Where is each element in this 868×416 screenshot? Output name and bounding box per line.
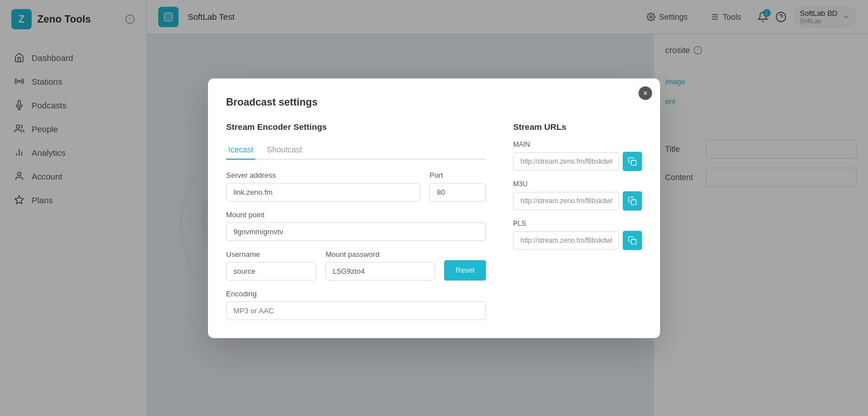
copy-pls-url-button[interactable] (623, 231, 642, 250)
encoder-section-title: Stream Encoder Settings (226, 122, 486, 132)
mount-point-group: Mount point (226, 211, 486, 241)
main-url-label: MAIN (513, 141, 642, 148)
main-url-row (513, 152, 642, 171)
m3u-url-input[interactable] (513, 192, 619, 210)
modal-overlay: Broadcast settings × Stream Encoder Sett… (0, 0, 868, 416)
encoder-section: Stream Encoder Settings Icecast Shoutcas… (226, 122, 486, 320)
pls-url-input[interactable] (513, 231, 619, 249)
mount-point-label: Mount point (226, 211, 486, 219)
username-group: Username (226, 250, 316, 281)
m3u-url-label: M3U (513, 180, 642, 188)
modal-close-button[interactable]: × (639, 86, 652, 100)
broadcast-settings-modal: Broadcast settings × Stream Encoder Sett… (208, 78, 660, 338)
server-address-input[interactable] (226, 183, 420, 202)
password-input[interactable] (326, 262, 435, 281)
tab-shoutcast[interactable]: Shoutcast (264, 141, 304, 160)
modal-body: Stream Encoder Settings Icecast Shoutcas… (226, 122, 642, 320)
tab-icecast[interactable]: Icecast (226, 141, 255, 160)
copy-m3u-url-button[interactable] (623, 191, 642, 211)
modal-title: Broadcast settings (226, 97, 642, 108)
svg-rect-28 (631, 239, 636, 244)
svg-rect-26 (631, 160, 636, 165)
server-port-row: Server address Port (226, 171, 486, 202)
copy-main-url-button[interactable] (623, 152, 642, 171)
encoder-tabs: Icecast Shoutcast (226, 141, 486, 160)
encoding-label: Encoding (226, 290, 486, 298)
main-url-input[interactable] (513, 152, 619, 170)
mount-point-input[interactable] (226, 222, 486, 241)
pls-url-row (513, 231, 642, 250)
svg-rect-27 (631, 200, 636, 205)
stream-urls-section: Stream URLs MAIN M3U PLS (513, 122, 642, 320)
server-address-label: Server address (226, 171, 420, 179)
encoding-group: Encoding (226, 290, 486, 320)
username-password-row: Username Mount password Reset (226, 250, 486, 281)
password-group: Mount password (326, 250, 435, 281)
copy-icon (628, 196, 637, 205)
m3u-url-row (513, 191, 642, 211)
copy-icon (628, 236, 637, 245)
pls-url-label: PLS (513, 220, 642, 227)
reset-button[interactable]: Reset (444, 260, 486, 281)
server-address-group: Server address (226, 171, 420, 202)
port-label: Port (429, 171, 486, 179)
copy-icon (628, 157, 637, 166)
username-input[interactable] (226, 262, 316, 281)
password-label: Mount password (326, 250, 435, 259)
stream-urls-title: Stream URLs (513, 122, 642, 132)
port-group: Port (429, 171, 486, 202)
username-label: Username (226, 250, 316, 259)
port-input[interactable] (429, 183, 486, 202)
encoding-input[interactable] (226, 301, 486, 320)
